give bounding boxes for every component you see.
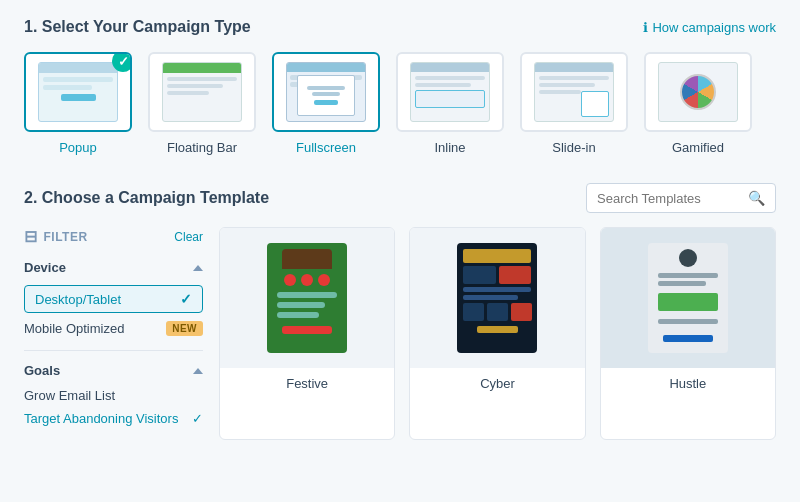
template-preview-festive (220, 228, 394, 368)
goal-option-email[interactable]: Grow Email List (24, 388, 203, 403)
goals-filter-header[interactable]: Goals (24, 363, 203, 378)
goal-option-email-label: Grow Email List (24, 388, 115, 403)
template-name-festive: Festive (220, 368, 394, 399)
device-chevron-up-icon (193, 265, 203, 271)
floating-bar-label: Floating Bar (167, 140, 237, 155)
campaign-type-slide-in[interactable]: Slide-in (520, 52, 628, 155)
campaign-type-fullscreen[interactable]: Fullscreen (272, 52, 380, 155)
info-icon: ℹ (643, 20, 648, 35)
template-card-hustle[interactable]: Hustle (600, 227, 776, 440)
popup-label: Popup (59, 140, 97, 155)
gamified-label: Gamified (672, 140, 724, 155)
campaign-type-popup[interactable]: ✓ Popup (24, 52, 132, 155)
goal-option-abandoning-label: Target Abandoning Visitors (24, 411, 178, 426)
goals-chevron-up-icon (193, 368, 203, 374)
goals-filter-title: Goals (24, 363, 60, 378)
campaign-type-gamified[interactable]: Gamified (644, 52, 752, 155)
inline-label: Inline (434, 140, 465, 155)
fullscreen-label: Fullscreen (296, 140, 356, 155)
search-templates-container: 🔍 (586, 183, 776, 213)
device-option-mobile-label: Mobile Optimized (24, 321, 124, 336)
device-option-desktop[interactable]: Desktop/Tablet ✓ (24, 285, 203, 313)
campaign-type-list: ✓ Popup (24, 52, 776, 155)
template-card-cyber[interactable]: Cyber (409, 227, 585, 440)
device-option-desktop-label: Desktop/Tablet (35, 292, 121, 307)
template-name-cyber: Cyber (410, 368, 584, 399)
filter-clear-button[interactable]: Clear (174, 230, 203, 244)
filter-sidebar: ⊟ FILTER Clear Device Desktop/Tablet ✓ M… (24, 227, 219, 440)
goals-filter-section: Goals Grow Email List Target Abandoning … (24, 363, 203, 426)
templates-grid: Festive (219, 227, 776, 440)
how-campaigns-work-link[interactable]: ℹ How campaigns work (643, 20, 776, 35)
inline-illustration (410, 62, 490, 122)
festive-illustration (267, 243, 347, 353)
popup-illustration (38, 62, 118, 122)
section2-title: 2. Choose a Campaign Template (24, 189, 269, 207)
hustle-illustration (648, 243, 728, 353)
template-card-festive[interactable]: Festive (219, 227, 395, 440)
filter-label-container: ⊟ FILTER (24, 227, 88, 246)
template-name-hustle: Hustle (601, 368, 775, 399)
device-filter-section: Device Desktop/Tablet ✓ Mobile Optimized… (24, 260, 203, 336)
template-preview-hustle (601, 228, 775, 368)
new-badge: NEW (166, 321, 203, 336)
campaign-type-inline[interactable]: Inline (396, 52, 504, 155)
campaign-type-popup-card: ✓ (24, 52, 132, 132)
device-filter-header[interactable]: Device (24, 260, 203, 275)
campaign-type-fullscreen-card (272, 52, 380, 132)
device-filter-title: Device (24, 260, 66, 275)
campaign-type-floating-bar-card (148, 52, 256, 132)
slide-in-label: Slide-in (552, 140, 595, 155)
filter-label-text: FILTER (44, 230, 88, 244)
floating-bar-illustration (162, 62, 242, 122)
template-preview-cyber (410, 228, 584, 368)
search-templates-input[interactable] (597, 191, 740, 206)
fullscreen-illustration (286, 62, 366, 122)
cyber-illustration (457, 243, 537, 353)
gamified-illustration (658, 62, 738, 122)
campaign-type-gamified-card (644, 52, 752, 132)
campaign-type-slide-in-card (520, 52, 628, 132)
search-icon: 🔍 (748, 190, 765, 206)
how-campaigns-work-label: How campaigns work (652, 20, 776, 35)
selected-checkmark: ✓ (112, 52, 132, 72)
device-option-mobile-row: Mobile Optimized NEW (24, 321, 203, 336)
section1-title: 1. Select Your Campaign Type (24, 18, 251, 36)
campaign-type-inline-card (396, 52, 504, 132)
slide-in-illustration (534, 62, 614, 122)
device-check-icon: ✓ (180, 291, 192, 307)
goal-check-icon: ✓ (192, 411, 203, 426)
filter-icon: ⊟ (24, 227, 38, 246)
filter-divider (24, 350, 203, 351)
campaign-type-floating-bar[interactable]: Floating Bar (148, 52, 256, 155)
goal-option-abandoning[interactable]: Target Abandoning Visitors ✓ (24, 411, 203, 426)
